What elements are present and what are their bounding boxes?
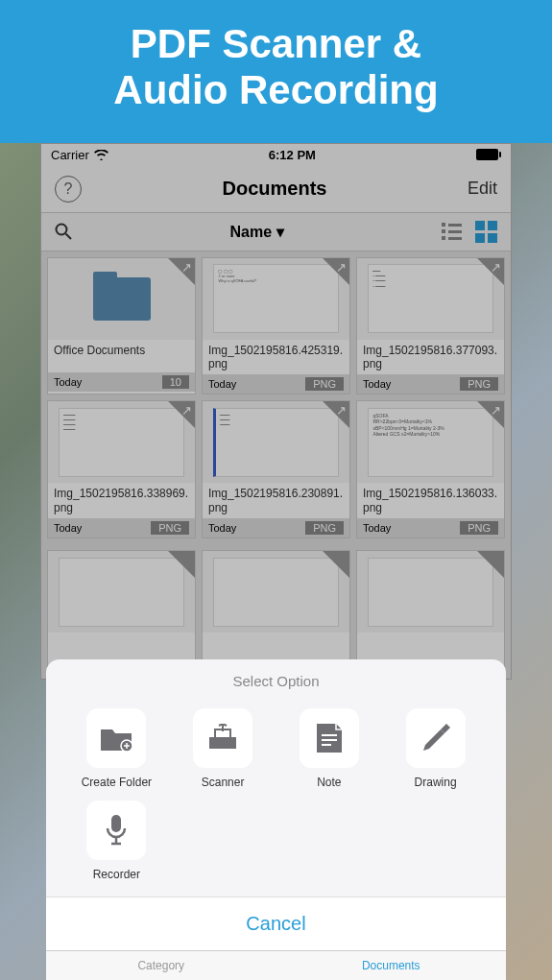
promo-line2: Audio Recording <box>10 67 542 113</box>
option-recorder[interactable]: Recorder <box>63 795 170 887</box>
grid-item[interactable]: ━━━━━━━━━━━━━━━━━━━━━━━━↗ Img_1502195816… <box>47 400 196 538</box>
doc-thumb: ━━━━• ━━━━━• ━━━━━• ━━━━━ <box>368 264 492 333</box>
option-label: Note <box>317 776 341 789</box>
list-view-button[interactable] <box>442 223 462 240</box>
page-title: Documents <box>223 178 327 200</box>
pen-icon <box>406 708 466 768</box>
tab-documents[interactable]: Documents <box>276 951 507 980</box>
grid-item[interactable] <box>202 550 350 673</box>
scanner-icon <box>193 708 252 768</box>
nav-bar: ? Documents Edit <box>41 166 511 213</box>
grid-item[interactable] <box>47 550 196 673</box>
svg-rect-5 <box>111 815 121 832</box>
grid-item[interactable]: ◯ ◯ ◯2 or moreWhy is qSOFA useful?↗ Img_… <box>202 257 350 395</box>
item-date: Today <box>54 522 82 534</box>
item-badge: PNG <box>305 521 344 535</box>
promo-banner: PDF Scanner & Audio Recording <box>0 0 552 143</box>
help-button[interactable]: ? <box>55 176 82 203</box>
status-time: 6:12 PM <box>269 148 316 162</box>
item-badge: PNG <box>460 521 498 535</box>
phone-screen: Carrier 6:12 PM ? Documents Edit Name ▾ <box>40 143 512 681</box>
share-arrow-icon: ↗ <box>491 403 501 418</box>
grid-item[interactable] <box>356 550 505 673</box>
item-name: Img_1502195816.136033.png <box>357 483 504 518</box>
item-badge: PNG <box>151 521 189 535</box>
grid-view-button[interactable] <box>475 221 497 243</box>
search-button[interactable] <box>55 223 72 240</box>
grid-item[interactable]: ━━━━• ━━━━━• ━━━━━• ━━━━━↗ Img_150219581… <box>356 257 505 395</box>
documents-grid: ↗ Office Documents Today10 ◯ ◯ ◯2 or mor… <box>41 251 511 545</box>
doc-thumb: qSOFARR>22bpm 0=Mortality<1%sBP<100mmHg … <box>368 408 492 477</box>
item-date: Today <box>208 378 236 390</box>
option-label: Create Folder <box>82 776 152 789</box>
item-name: Img_1502195816.338969.png <box>48 483 195 518</box>
item-badge: PNG <box>460 377 498 391</box>
item-name: Img_1502195816.425319.png <box>203 340 349 375</box>
wifi-icon <box>94 150 108 160</box>
sort-dropdown[interactable]: Name ▾ <box>229 223 283 241</box>
edit-button[interactable]: Edit <box>468 179 497 199</box>
option-scanner[interactable]: Scanner <box>170 703 276 795</box>
doc-thumb: ━━━━━━━━━━━━━━━━━━━━━━━━ <box>59 408 183 477</box>
action-sheet: Select Option Create Folder Scanner Note <box>40 659 512 980</box>
svg-line-3 <box>66 234 72 240</box>
svg-rect-1 <box>499 152 501 157</box>
carrier-label: Carrier <box>51 148 89 162</box>
cancel-button[interactable]: Cancel <box>46 896 506 950</box>
svg-point-2 <box>57 225 67 235</box>
promo-line1: PDF Scanner & <box>10 21 542 67</box>
sort-bar: Name ▾ <box>41 213 511 251</box>
note-icon <box>300 708 359 768</box>
tab-bar: Category Documents <box>46 950 506 980</box>
doc-thumb: ◯ ◯ ◯2 or moreWhy is qSOFA useful? <box>213 264 338 333</box>
option-label: Recorder <box>93 868 140 881</box>
grid-item[interactable]: ━━━━━━━━━━━━━━━↗ Img_1502195816.230891.p… <box>202 400 350 538</box>
battery-icon <box>476 149 501 160</box>
svg-rect-0 <box>476 149 498 160</box>
item-date: Today <box>54 376 82 388</box>
share-arrow-icon: ↗ <box>181 260 192 275</box>
share-arrow-icon: ↗ <box>181 403 192 418</box>
item-date: Today <box>363 378 391 390</box>
option-label: Drawing <box>415 776 457 789</box>
item-date: Today <box>363 522 391 534</box>
item-badge: 10 <box>162 375 189 389</box>
folder-plus-icon <box>86 708 146 768</box>
status-bar: Carrier 6:12 PM <box>41 144 511 166</box>
option-label: Scanner <box>202 776 245 789</box>
item-name: Img_1502195816.377093.png <box>357 340 504 375</box>
option-drawing[interactable]: Drawing <box>382 703 489 795</box>
doc-thumb: ━━━━━━━━━━━━━━━ <box>213 408 338 477</box>
microphone-icon <box>86 801 146 860</box>
option-create-folder[interactable]: Create Folder <box>63 703 170 795</box>
option-note[interactable]: Note <box>276 703 383 795</box>
item-name: Office Documents <box>48 340 195 372</box>
share-arrow-icon: ↗ <box>491 260 501 275</box>
item-name: Img_1502195816.230891.png <box>203 483 349 518</box>
grid-item[interactable]: qSOFARR>22bpm 0=Mortality<1%sBP<100mmHg … <box>356 400 505 538</box>
item-badge: PNG <box>305 377 344 391</box>
share-arrow-icon: ↗ <box>336 403 347 418</box>
item-date: Today <box>208 522 236 534</box>
folder-icon <box>93 277 151 321</box>
tab-category[interactable]: Category <box>46 951 276 980</box>
grid-item-folder[interactable]: ↗ Office Documents Today10 <box>47 257 196 395</box>
sheet-title: Select Option <box>46 673 506 703</box>
share-arrow-icon: ↗ <box>336 260 347 275</box>
